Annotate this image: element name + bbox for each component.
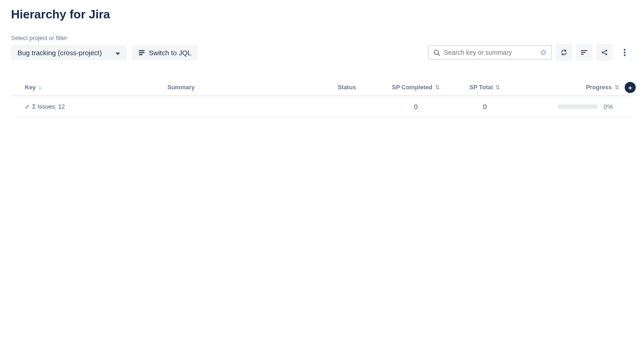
svg-rect-10 (581, 54, 584, 55)
summary-row: ⤢ Σ Issues: 12 0 0 0% (11, 96, 633, 117)
summary-label: ⤢ Σ Issues: 12 (25, 103, 65, 110)
column-header-summary[interactable]: Summary (167, 84, 315, 91)
jql-icon (138, 49, 145, 56)
summary-text: Σ Issues: 12 (32, 103, 65, 110)
svg-point-13 (605, 53, 607, 55)
project-dropdown[interactable]: Bug tracking (cross-project) (11, 45, 126, 60)
summary-sp-total: 0 (453, 103, 517, 110)
clear-search-icon[interactable] (540, 49, 546, 56)
svg-point-3 (434, 50, 438, 54)
toolbar-right (428, 44, 633, 61)
svg-point-18 (624, 54, 626, 56)
toolbar: Bug tracking (cross-project) Switch to J… (11, 44, 633, 61)
column-header-sp-completed[interactable]: SP Completed⇅ (379, 84, 453, 91)
search-input[interactable] (444, 49, 536, 56)
refresh-button[interactable] (556, 44, 572, 61)
page-title: Hierarchy for Jira (11, 7, 633, 22)
sort-icon: ⇅ (495, 84, 500, 91)
table-header-row: Key↓ Summary Status SP Completed⇅ SP Tot… (11, 79, 633, 96)
summary-progress: 0% (604, 103, 619, 110)
search-icon (433, 49, 440, 56)
chevron-down-icon (115, 49, 120, 57)
more-menu-button[interactable] (616, 44, 633, 61)
svg-rect-1 (139, 52, 144, 53)
column-header-sp-total-label: SP Total (470, 84, 493, 91)
search-box[interactable] (428, 45, 552, 60)
column-header-status[interactable]: Status (315, 84, 379, 91)
sort-asc-icon: ↓ (39, 84, 41, 91)
svg-line-14 (604, 51, 606, 52)
issues-table: + Key↓ Summary Status SP Completed⇅ SP T… (11, 79, 633, 117)
column-header-sp-total[interactable]: SP Total⇅ (453, 84, 517, 91)
svg-point-16 (624, 49, 626, 51)
select-project-label: Select project or filter (11, 35, 633, 41)
sort-icon: ⇅ (435, 84, 440, 91)
switch-to-jql-label: Switch to JQL (149, 49, 191, 57)
sort-button[interactable] (576, 44, 592, 61)
expand-all-icon[interactable]: ⤢ (25, 104, 29, 110)
progress-bar (558, 104, 598, 109)
column-header-key[interactable]: Key↓ (25, 84, 167, 91)
sort-icon: ⇅ (615, 84, 619, 91)
svg-point-12 (605, 50, 607, 52)
svg-rect-9 (581, 52, 586, 53)
svg-point-17 (624, 52, 626, 53)
svg-line-4 (438, 54, 440, 56)
project-dropdown-value: Bug tracking (cross-project) (17, 49, 102, 57)
summary-sp-completed: 0 (379, 103, 453, 110)
svg-line-15 (604, 53, 606, 54)
column-header-progress-label: Progress (586, 84, 612, 91)
switch-to-jql-button[interactable]: Switch to JQL (132, 45, 198, 60)
svg-rect-8 (581, 50, 587, 51)
toolbar-left: Bug tracking (cross-project) Switch to J… (11, 45, 198, 60)
add-column-button[interactable]: + (625, 82, 636, 93)
column-header-key-label: Key (25, 84, 36, 91)
share-button[interactable] (596, 44, 613, 61)
column-header-sp-completed-label: SP Completed (392, 84, 432, 91)
column-header-progress[interactable]: Progress⇅ (517, 84, 619, 91)
svg-rect-2 (139, 54, 143, 56)
svg-rect-0 (139, 50, 144, 52)
